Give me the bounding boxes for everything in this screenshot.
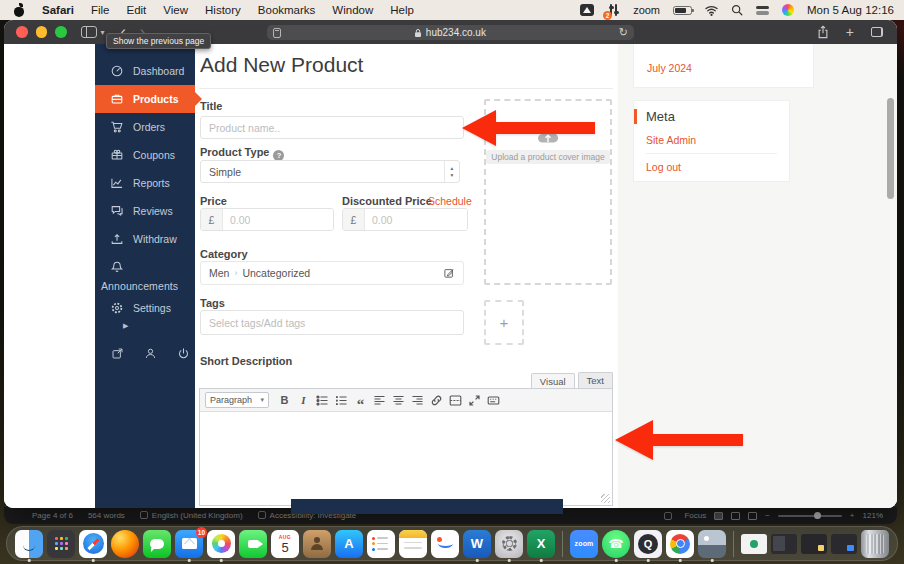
zoom-slider[interactable] xyxy=(778,515,842,517)
paragraph-dropdown[interactable]: Paragraph xyxy=(205,392,269,408)
tab-overview-icon[interactable] xyxy=(871,27,883,37)
menu-history[interactable]: History xyxy=(205,4,241,16)
wifi-icon[interactable] xyxy=(705,5,718,16)
dock-icon-reminders[interactable] xyxy=(367,530,395,558)
print-layout-view-icon[interactable] xyxy=(714,512,723,520)
dock-icon-pictures[interactable] xyxy=(698,530,726,558)
dock-icon-chrome[interactable] xyxy=(666,530,694,558)
sidebar-item-orders[interactable]: Orders xyxy=(95,113,195,141)
logout-power-icon[interactable] xyxy=(177,347,190,360)
dock-icon-calendar[interactable]: AUG5 xyxy=(271,530,299,558)
chevron-down-icon[interactable]: ▾ xyxy=(101,28,105,37)
dock-icon-photos[interactable] xyxy=(207,530,235,558)
sidebar-item-withdraw[interactable]: Withdraw xyxy=(95,225,195,253)
dock-icon-finder[interactable] xyxy=(15,530,43,558)
word-language[interactable]: English (United Kingdom) xyxy=(152,511,243,520)
reload-icon[interactable]: ↻ xyxy=(619,26,628,39)
read-more-button[interactable] xyxy=(447,392,464,409)
dock-icon-system-settings[interactable] xyxy=(495,530,523,558)
schedule-link[interactable]: Schedule xyxy=(428,195,464,207)
dock-icon-quicktime[interactable]: Q xyxy=(634,530,662,558)
dock-icon-app-store[interactable]: A xyxy=(335,530,363,558)
resize-handle[interactable] xyxy=(601,494,610,503)
profile-person-icon[interactable] xyxy=(144,347,157,360)
sidebar-item-dashboard[interactable]: Dashboard xyxy=(95,57,195,85)
menu-help[interactable]: Help xyxy=(390,4,414,16)
add-gallery-image-button[interactable]: + xyxy=(484,300,524,345)
apple-menu-icon[interactable] xyxy=(14,4,25,17)
minimized-window-thumbnail[interactable] xyxy=(741,534,767,554)
minimized-window-thumbnail[interactable] xyxy=(801,534,827,554)
web-layout-view-icon[interactable] xyxy=(731,512,740,520)
bold-button[interactable]: B xyxy=(276,392,293,409)
dock-icon-word[interactable]: W xyxy=(463,530,491,558)
editor-text-tab[interactable]: Text xyxy=(578,372,613,389)
dock-icon-whatsapp[interactable]: ☎ xyxy=(602,530,630,558)
menu-bar-clock[interactable]: Mon 5 Aug 12:16 xyxy=(807,4,894,16)
dock-icon-messages[interactable] xyxy=(143,530,171,558)
sidebar-item-settings[interactable]: Settings xyxy=(95,294,195,322)
blockquote-button[interactable]: “ xyxy=(352,392,369,409)
word-word-count[interactable]: 564 words xyxy=(88,511,125,520)
page-scrollbar[interactable] xyxy=(887,98,894,199)
word-page-count[interactable]: Page 4 of 6 xyxy=(32,511,73,520)
menu-edit[interactable]: Edit xyxy=(127,4,147,16)
spotlight-search-icon[interactable] xyxy=(731,4,743,16)
control-center-icon[interactable] xyxy=(756,5,769,16)
sidebar-item-reports[interactable]: Reports xyxy=(95,169,195,197)
zoom-out-button[interactable]: − xyxy=(765,511,770,520)
sidebar-item-reviews[interactable]: Reviews xyxy=(95,197,195,225)
window-close-button[interactable] xyxy=(16,26,28,38)
sidebar-item-products[interactable]: Products xyxy=(95,85,195,113)
product-title-input[interactable] xyxy=(200,116,464,139)
outline-view-icon[interactable] xyxy=(748,512,757,520)
site-admin-link[interactable]: Site Admin xyxy=(646,134,777,146)
editor-content-area[interactable] xyxy=(200,412,612,505)
dock-icon-freeform[interactable] xyxy=(431,530,459,558)
price-input[interactable] xyxy=(223,209,333,230)
numbered-list-button[interactable] xyxy=(333,392,350,409)
dock-icon-excel[interactable]: X xyxy=(527,530,555,558)
sliders-status-icon[interactable]: 2 xyxy=(607,4,620,16)
page-settings-icon[interactable] xyxy=(273,28,281,38)
sidebar-toggle-icon[interactable] xyxy=(81,26,97,38)
menu-safari[interactable]: Safari xyxy=(42,4,74,16)
menu-bookmarks[interactable]: Bookmarks xyxy=(258,4,316,16)
zoom-in-button[interactable]: + xyxy=(850,511,855,520)
share-icon[interactable] xyxy=(817,25,829,39)
tags-input[interactable] xyxy=(200,310,464,335)
dock-icon-facetime[interactable] xyxy=(239,530,267,558)
window-minimize-button[interactable] xyxy=(36,26,48,38)
dock-icon-safari[interactable] xyxy=(79,530,107,558)
italic-button[interactable]: I xyxy=(295,392,312,409)
archive-month-link[interactable]: July 2024 xyxy=(647,62,692,74)
dock-icon-contacts[interactable] xyxy=(303,530,331,558)
discounted-price-input[interactable] xyxy=(365,209,467,230)
zoom-slider-knob[interactable] xyxy=(814,512,821,519)
window-zoom-button[interactable] xyxy=(55,26,67,38)
sidebar-item-announcements[interactable]: Announcements xyxy=(95,253,195,294)
colorful-app-status-icon[interactable] xyxy=(782,4,794,16)
zoom-menu-item[interactable]: zoom xyxy=(633,4,660,16)
dock-icon-trash[interactable] xyxy=(861,530,889,558)
address-bar[interactable]: hub234.co.uk ↻ xyxy=(267,25,634,40)
minimized-window-thumbnail[interactable] xyxy=(771,534,797,554)
word-zoom-percent[interactable]: 121% xyxy=(863,511,883,520)
dock-icon-zoom[interactable]: zoom xyxy=(570,530,598,558)
logout-link[interactable]: Log out xyxy=(646,161,777,173)
link-button[interactable] xyxy=(428,392,445,409)
menu-view[interactable]: View xyxy=(163,4,188,16)
align-center-button[interactable] xyxy=(390,392,407,409)
category-edit-icon[interactable] xyxy=(443,267,455,279)
product-type-select[interactable]: Simple xyxy=(200,160,460,183)
settings-submenu-caret-icon[interactable]: ▶ xyxy=(95,322,195,336)
category-selector[interactable]: Men › Uncategorized xyxy=(200,261,464,285)
battery-icon[interactable] xyxy=(673,6,692,15)
toolbar-toggle-button[interactable] xyxy=(485,392,502,409)
sidebar-item-coupons[interactable]: Coupons xyxy=(95,141,195,169)
align-left-button[interactable] xyxy=(371,392,388,409)
dock-icon-launchpad[interactable] xyxy=(47,530,75,558)
menu-window[interactable]: Window xyxy=(332,4,373,16)
dock-icon-firefox[interactable] xyxy=(111,530,139,558)
bullet-list-button[interactable] xyxy=(314,392,331,409)
